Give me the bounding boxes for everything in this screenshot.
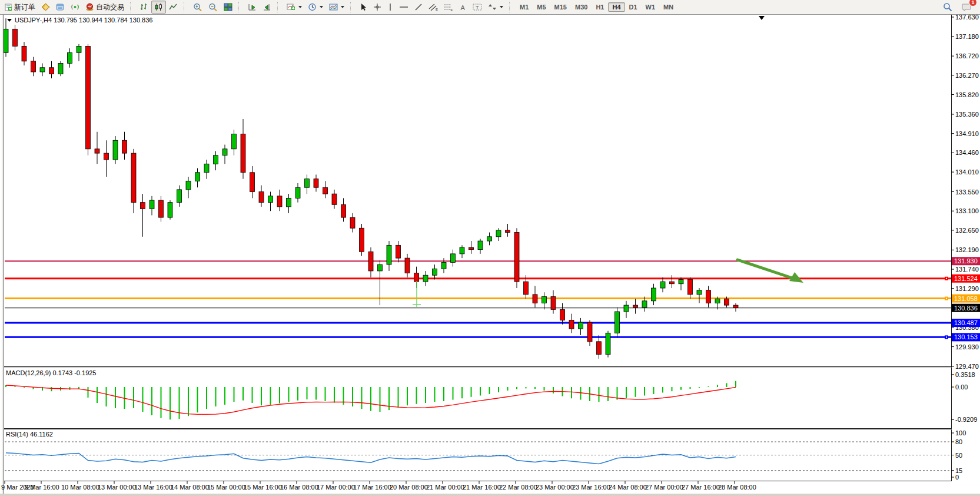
candle-body — [214, 156, 218, 164]
arrows-button[interactable] — [485, 1, 506, 14]
text-label-button[interactable]: T — [470, 1, 485, 14]
svg-text:E: E — [436, 8, 438, 11]
candle-body — [469, 247, 474, 250]
candle-body — [295, 187, 300, 198]
price-tick-label: 129.470 — [955, 363, 979, 370]
zoom-in-button[interactable] — [190, 1, 205, 14]
periods-dropdown-icon[interactable] — [320, 6, 323, 8]
candle-body — [533, 295, 537, 303]
crosshair-button[interactable] — [370, 1, 384, 14]
autotrading-button[interactable]: 自动交易 — [82, 1, 127, 14]
tf-button-M5[interactable]: M5 — [533, 2, 550, 12]
tile-windows-button[interactable] — [221, 1, 235, 14]
signals-button[interactable] — [68, 1, 82, 14]
tf-button-H4[interactable]: H4 — [608, 2, 624, 12]
time-tick-label: 23 Mar 16:00 — [572, 484, 610, 491]
vertical-line-button[interactable] — [384, 1, 396, 14]
tf-button-M1[interactable]: M1 — [516, 2, 533, 12]
candle-body — [341, 204, 346, 217]
cursor-button[interactable] — [357, 1, 370, 14]
candle-body — [441, 262, 446, 269]
new-order-label: 新订单 — [14, 2, 35, 12]
chart-shift-button[interactable] — [260, 1, 274, 14]
candle-body — [259, 192, 264, 203]
price-tick-label: 132.190 — [955, 246, 979, 253]
arrows-dropdown-icon[interactable] — [500, 6, 503, 8]
tf-button-H1[interactable]: H1 — [592, 2, 608, 12]
templates-button[interactable] — [326, 1, 347, 14]
time-tick-label: 9 Mar 16:00 — [25, 484, 59, 491]
candle-body — [405, 258, 410, 273]
toolbar-separator — [509, 2, 513, 12]
candle-body — [368, 252, 373, 271]
toolbar-group-zoom — [188, 1, 237, 14]
arrows-icon — [488, 3, 497, 11]
chart-canvas[interactable]: 137.630137.180136.720136.270135.820135.3… — [0, 0, 980, 496]
candle-body — [113, 140, 118, 160]
candlestick-chart-icon — [154, 3, 163, 11]
candle-body — [396, 245, 401, 258]
periods-button[interactable] — [305, 1, 326, 14]
text-button[interactable]: A — [456, 1, 470, 14]
auto-scroll-button[interactable] — [245, 1, 260, 14]
market-diamond-icon — [41, 3, 50, 11]
notification-badge: 1 — [969, 0, 977, 6]
bar-chart-button[interactable] — [137, 1, 151, 14]
price-tick-label: 136.270 — [955, 72, 979, 79]
toolbar-group-setup — [282, 1, 349, 14]
tf-button-M30[interactable]: M30 — [571, 2, 592, 12]
price-tick-label: 133.550 — [955, 189, 979, 196]
candle-body — [506, 230, 510, 233]
candle-body — [204, 164, 209, 173]
price-label-text: 131.930 — [954, 257, 978, 264]
price-tick-label: 137.180 — [955, 33, 979, 40]
candle-body — [13, 29, 18, 46]
indicators-button[interactable] — [284, 1, 305, 14]
equidistant-channel-icon: E — [428, 3, 438, 11]
candle-body — [597, 342, 602, 355]
autotrading-label: 自动交易 — [96, 2, 124, 12]
line-chart-button[interactable] — [166, 1, 181, 14]
indicators-dropdown-icon[interactable] — [298, 6, 302, 8]
candle-body — [277, 196, 282, 207]
trendline-button[interactable] — [411, 1, 426, 14]
candle-body — [688, 279, 693, 294]
new-order-icon — [5, 4, 12, 11]
toolbar-group-charttype — [135, 1, 182, 14]
tf-button-W1[interactable]: W1 — [642, 2, 660, 12]
time-tick-label: 15 Mar 16:00 — [244, 484, 282, 491]
data-window-button[interactable] — [53, 1, 68, 14]
text-icon: A — [459, 3, 467, 11]
rsi-scale-label: 15 — [955, 467, 962, 474]
price-tick-label: 131.290 — [955, 285, 979, 292]
candle-body — [587, 322, 592, 342]
tf-button-MN[interactable]: MN — [659, 2, 677, 12]
chart-ohlc-title[interactable]: USDJPY-,H4 130.795 130.944 130.784 130.8… — [7, 16, 152, 24]
equidistant-channel-button[interactable]: E — [426, 1, 441, 14]
candle-body — [633, 305, 638, 307]
candle-body — [77, 46, 81, 52]
signals-sonar-icon — [71, 3, 79, 11]
candle-body — [177, 190, 182, 203]
templates-icon — [329, 3, 338, 11]
horizontal-line-button[interactable] — [396, 1, 411, 14]
search-button[interactable] — [940, 1, 955, 14]
chart-dropdown-icon[interactable] — [7, 19, 12, 22]
new-order-button[interactable]: 新订单 — [2, 1, 38, 14]
cursor-arrow-icon — [360, 3, 367, 11]
candlestick-chart-button[interactable] — [151, 1, 166, 14]
zoom-out-button[interactable] — [205, 1, 221, 14]
time-tick-label: 14 Mar 08:00 — [171, 484, 209, 491]
tf-button-D1[interactable]: D1 — [625, 2, 642, 12]
market-button[interactable] — [38, 1, 53, 14]
templates-dropdown-icon[interactable] — [341, 6, 344, 8]
line-handle-dot — [946, 336, 947, 338]
notifications-button[interactable]: 1 — [959, 1, 974, 14]
candle-body — [715, 299, 720, 303]
candle-body — [86, 46, 91, 148]
fibonacci-button[interactable]: F — [441, 1, 456, 14]
candle-body — [560, 309, 565, 320]
candle-body — [514, 233, 519, 282]
candle-body — [49, 68, 54, 74]
tf-button-M15[interactable]: M15 — [550, 2, 571, 12]
